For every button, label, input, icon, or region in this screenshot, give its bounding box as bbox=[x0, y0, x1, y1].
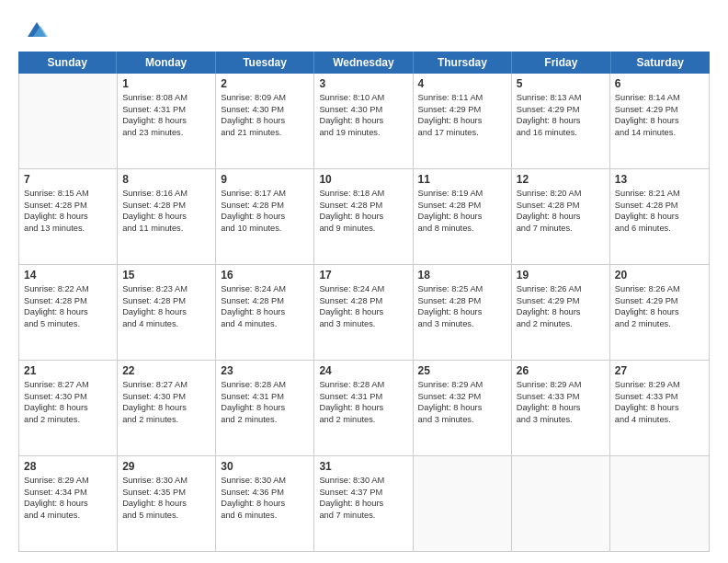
calendar-header: SundayMondayTuesdayWednesdayThursdayFrid… bbox=[18, 52, 710, 74]
calendar-cell: 15Sunrise: 8:23 AMSunset: 4:28 PMDayligh… bbox=[118, 265, 216, 360]
cell-line: Sunset: 4:28 PM bbox=[418, 295, 506, 307]
cell-line: and 3 minutes. bbox=[319, 318, 407, 330]
day-number: 18 bbox=[418, 269, 506, 282]
day-number: 29 bbox=[122, 460, 210, 473]
calendar-cell: 11Sunrise: 8:19 AMSunset: 4:28 PMDayligh… bbox=[414, 169, 512, 264]
calendar-cell: 17Sunrise: 8:24 AMSunset: 4:28 PMDayligh… bbox=[314, 265, 413, 360]
cell-line: Sunset: 4:29 PM bbox=[615, 295, 704, 307]
cell-line: Daylight: 8 hours bbox=[418, 211, 506, 223]
calendar-cell: 8Sunrise: 8:16 AMSunset: 4:28 PMDaylight… bbox=[118, 169, 216, 264]
cell-line: Sunrise: 8:29 AM bbox=[517, 379, 605, 391]
cell-line: Sunrise: 8:08 AM bbox=[122, 92, 210, 104]
day-number: 6 bbox=[615, 77, 704, 90]
cell-line: Sunset: 4:29 PM bbox=[517, 104, 605, 116]
day-number: 1 bbox=[122, 77, 210, 90]
cell-line: Sunrise: 8:10 AM bbox=[319, 92, 407, 104]
cell-line: Sunrise: 8:18 AM bbox=[319, 188, 407, 200]
cell-line: Sunrise: 8:30 AM bbox=[122, 475, 210, 487]
cell-line: Sunrise: 8:13 AM bbox=[517, 92, 605, 104]
cell-line: Sunset: 4:28 PM bbox=[221, 200, 309, 212]
weekday-header: Tuesday bbox=[216, 52, 314, 74]
calendar-cell: 25Sunrise: 8:29 AMSunset: 4:32 PMDayligh… bbox=[414, 361, 512, 455]
cell-line: and 4 minutes. bbox=[221, 318, 309, 330]
cell-line: Sunset: 4:29 PM bbox=[517, 295, 605, 307]
cell-line: Sunset: 4:28 PM bbox=[24, 295, 112, 307]
calendar-row: 7Sunrise: 8:15 AMSunset: 4:28 PMDaylight… bbox=[19, 169, 709, 265]
cell-line: Sunset: 4:36 PM bbox=[221, 487, 309, 499]
day-number: 16 bbox=[221, 269, 309, 282]
day-number: 4 bbox=[418, 77, 506, 90]
day-number: 21 bbox=[24, 364, 112, 377]
cell-line: Daylight: 8 hours bbox=[221, 211, 309, 223]
calendar-cell: 20Sunrise: 8:26 AMSunset: 4:29 PMDayligh… bbox=[610, 265, 709, 360]
calendar-cell: 28Sunrise: 8:29 AMSunset: 4:34 PMDayligh… bbox=[19, 456, 118, 551]
cell-line: and 2 minutes. bbox=[122, 414, 210, 426]
weekday-header: Thursday bbox=[414, 52, 512, 74]
cell-line: Sunrise: 8:29 AM bbox=[24, 475, 112, 487]
cell-line: Sunset: 4:28 PM bbox=[221, 295, 309, 307]
calendar-cell: 5Sunrise: 8:13 AMSunset: 4:29 PMDaylight… bbox=[512, 74, 610, 168]
calendar-row: 28Sunrise: 8:29 AMSunset: 4:34 PMDayligh… bbox=[19, 456, 709, 551]
cell-line: Daylight: 8 hours bbox=[615, 211, 704, 223]
cell-line: Daylight: 8 hours bbox=[319, 115, 407, 127]
cell-line: Sunset: 4:33 PM bbox=[517, 391, 605, 403]
day-number: 25 bbox=[418, 364, 506, 377]
cell-line: and 6 minutes. bbox=[615, 223, 704, 235]
cell-line: and 6 minutes. bbox=[221, 510, 309, 522]
cell-line: Sunrise: 8:21 AM bbox=[615, 188, 704, 200]
calendar: SundayMondayTuesdayWednesdayThursdayFrid… bbox=[18, 52, 710, 552]
cell-line: Sunrise: 8:29 AM bbox=[615, 379, 704, 391]
calendar-cell bbox=[19, 74, 118, 168]
cell-line: Sunset: 4:28 PM bbox=[319, 295, 407, 307]
cell-line: Daylight: 8 hours bbox=[122, 402, 210, 414]
day-number: 12 bbox=[517, 173, 605, 186]
cell-line: Daylight: 8 hours bbox=[122, 211, 210, 223]
calendar-cell bbox=[414, 456, 512, 551]
calendar-cell: 10Sunrise: 8:18 AMSunset: 4:28 PMDayligh… bbox=[314, 169, 413, 264]
cell-line: Sunset: 4:28 PM bbox=[517, 200, 605, 212]
cell-line: and 7 minutes. bbox=[319, 510, 407, 522]
cell-line: Sunrise: 8:30 AM bbox=[319, 475, 407, 487]
cell-line: Daylight: 8 hours bbox=[122, 306, 210, 318]
cell-line: Daylight: 8 hours bbox=[319, 402, 407, 414]
calendar-cell: 23Sunrise: 8:28 AMSunset: 4:31 PMDayligh… bbox=[216, 361, 314, 455]
page: SundayMondayTuesdayWednesdayThursdayFrid… bbox=[0, 0, 728, 563]
cell-line: Sunrise: 8:24 AM bbox=[221, 283, 309, 295]
cell-line: Sunset: 4:29 PM bbox=[615, 104, 704, 116]
cell-line: Daylight: 8 hours bbox=[517, 115, 605, 127]
day-number: 17 bbox=[319, 269, 407, 282]
cell-line: Daylight: 8 hours bbox=[418, 306, 506, 318]
day-number: 31 bbox=[319, 460, 407, 473]
cell-line: and 5 minutes. bbox=[24, 318, 112, 330]
day-number: 20 bbox=[615, 269, 704, 282]
cell-line: and 3 minutes. bbox=[418, 414, 506, 426]
cell-line: Daylight: 8 hours bbox=[517, 306, 605, 318]
calendar-cell: 26Sunrise: 8:29 AMSunset: 4:33 PMDayligh… bbox=[512, 361, 610, 455]
cell-line: Sunset: 4:28 PM bbox=[319, 200, 407, 212]
cell-line: and 3 minutes. bbox=[517, 414, 605, 426]
cell-line: Daylight: 8 hours bbox=[24, 402, 112, 414]
cell-line: Sunrise: 8:26 AM bbox=[517, 283, 605, 295]
cell-line: Daylight: 8 hours bbox=[615, 306, 704, 318]
cell-line: Daylight: 8 hours bbox=[221, 402, 309, 414]
day-number: 22 bbox=[122, 364, 210, 377]
calendar-cell: 31Sunrise: 8:30 AMSunset: 4:37 PMDayligh… bbox=[314, 456, 413, 551]
weekday-header: Monday bbox=[117, 52, 215, 74]
cell-line: Sunrise: 8:14 AM bbox=[615, 92, 704, 104]
weekday-header: Friday bbox=[512, 52, 610, 74]
cell-line: Sunset: 4:32 PM bbox=[418, 391, 506, 403]
cell-line: and 3 minutes. bbox=[418, 318, 506, 330]
cell-line: and 19 minutes. bbox=[319, 127, 407, 139]
cell-line: and 11 minutes. bbox=[122, 223, 210, 235]
calendar-row: 1Sunrise: 8:08 AMSunset: 4:31 PMDaylight… bbox=[19, 74, 709, 169]
cell-line: Daylight: 8 hours bbox=[24, 306, 112, 318]
cell-line: Daylight: 8 hours bbox=[517, 402, 605, 414]
cell-line: Sunset: 4:37 PM bbox=[319, 487, 407, 499]
cell-line: Daylight: 8 hours bbox=[418, 115, 506, 127]
calendar-cell: 27Sunrise: 8:29 AMSunset: 4:33 PMDayligh… bbox=[610, 361, 709, 455]
day-number: 26 bbox=[517, 364, 605, 377]
calendar-row: 21Sunrise: 8:27 AMSunset: 4:30 PMDayligh… bbox=[19, 361, 709, 456]
cell-line: Sunset: 4:28 PM bbox=[122, 200, 210, 212]
weekday-header: Saturday bbox=[611, 52, 710, 74]
cell-line: and 2 minutes. bbox=[24, 414, 112, 426]
